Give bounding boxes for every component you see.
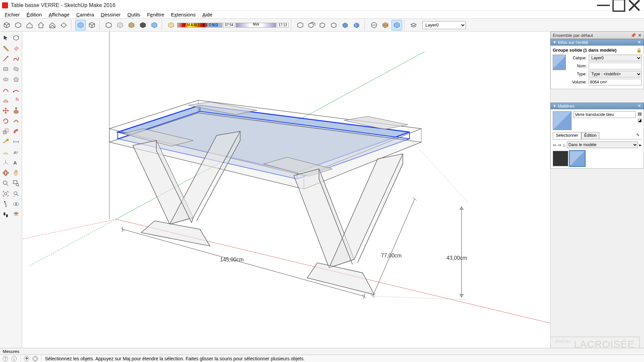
offset-tool[interactable] xyxy=(11,126,21,136)
geo-icon[interactable]: ✚ xyxy=(24,356,29,361)
tray-pin-icon[interactable]: 📌 xyxy=(631,33,636,38)
solid-6[interactable] xyxy=(352,20,363,31)
close-icon[interactable]: ✕ xyxy=(637,104,642,108)
zoom-prev-tool[interactable] xyxy=(11,189,21,198)
move-tool[interactable] xyxy=(1,106,10,115)
shadow-toggle[interactable] xyxy=(166,20,176,31)
protractor-tool[interactable] xyxy=(1,147,10,157)
zoom-tool[interactable] xyxy=(1,178,10,188)
orbit-tool[interactable] xyxy=(1,168,10,178)
user-icon[interactable]: ◯ xyxy=(33,356,38,361)
nav-fwd-icon[interactable]: ⇨ xyxy=(558,142,561,147)
tool-front[interactable] xyxy=(36,20,46,31)
pan-tool[interactable] xyxy=(11,168,21,178)
material-menu-icon[interactable]: ▸ xyxy=(639,142,642,147)
arc-tool[interactable] xyxy=(1,85,10,95)
component-tool[interactable] xyxy=(11,33,21,43)
section-plane-tool[interactable] xyxy=(11,209,21,219)
style-hidden[interactable] xyxy=(103,20,114,31)
style-shaded[interactable] xyxy=(75,20,86,31)
solid-1[interactable] xyxy=(295,20,306,31)
menu-camera[interactable]: Caméra xyxy=(73,11,97,18)
followme-tool[interactable] xyxy=(11,116,21,126)
close-button[interactable] xyxy=(627,0,642,11)
rectangle-tool[interactable] xyxy=(1,64,10,74)
panel-entity-info-header[interactable]: ▼Infos sur l'entité ✕ xyxy=(550,39,644,46)
solid-3[interactable] xyxy=(318,20,328,31)
eyedropper-icon[interactable]: ✎ xyxy=(634,132,642,139)
section-3[interactable] xyxy=(391,20,402,31)
tool-side[interactable] xyxy=(47,20,58,31)
menu-edition[interactable]: Édition xyxy=(23,11,45,18)
minimize-button[interactable] xyxy=(596,0,611,11)
pie-tool[interactable] xyxy=(11,95,21,105)
lock-icon[interactable]: 🔒 xyxy=(636,48,642,53)
lookaround-tool[interactable] xyxy=(11,199,21,209)
menu-outils[interactable]: Outils xyxy=(124,11,144,18)
paint-tool[interactable] xyxy=(1,43,10,53)
entity-type-select[interactable]: Type : <indéfini> xyxy=(589,71,642,77)
maximize-button[interactable] xyxy=(611,0,627,11)
entity-material-swatch[interactable] xyxy=(553,55,566,70)
menu-aide[interactable]: Aide xyxy=(199,11,216,18)
circle-tool[interactable] xyxy=(1,74,10,84)
scale-tool[interactable] xyxy=(1,126,10,136)
3dtext-tool[interactable]: A xyxy=(11,158,21,167)
style-wireframe[interactable] xyxy=(87,20,97,31)
nav-home-icon[interactable]: ⌂ xyxy=(563,142,566,147)
solid-4[interactable] xyxy=(329,20,340,31)
style-mono[interactable] xyxy=(126,20,137,31)
eraser-tool[interactable] xyxy=(11,43,21,53)
zoom-extents-tool[interactable] xyxy=(1,189,10,198)
arc3-tool[interactable] xyxy=(1,95,10,105)
arc2-tool[interactable] xyxy=(11,85,21,95)
style-5[interactable] xyxy=(138,20,148,31)
entity-layer-select[interactable]: Layer0 xyxy=(589,55,642,61)
select-tool[interactable] xyxy=(1,33,10,43)
tool-home[interactable] xyxy=(24,20,35,31)
section-2[interactable] xyxy=(380,20,391,31)
solid-2[interactable] xyxy=(306,20,317,31)
nav-back-icon[interactable]: ⇦ xyxy=(553,142,556,147)
tray-title[interactable]: Ensemble par défaut 📌 ✕ xyxy=(550,32,644,39)
pushpull-tool[interactable] xyxy=(11,106,21,115)
material-name-input[interactable] xyxy=(574,111,636,118)
axes-tool[interactable] xyxy=(1,158,10,167)
polygon-tool[interactable] xyxy=(11,74,21,84)
tray-close-icon[interactable]: ✕ xyxy=(638,33,642,38)
tool-iso-front[interactable] xyxy=(1,20,12,31)
rotate-tool[interactable] xyxy=(1,116,10,126)
material-default-icon[interactable]: ◪ xyxy=(638,118,642,123)
rotated-rect-tool[interactable] xyxy=(11,64,21,74)
material-scope-select[interactable]: Dans le modèle xyxy=(567,141,638,148)
material-swatch-2[interactable] xyxy=(570,151,585,166)
text-tool[interactable]: A¹ xyxy=(11,147,21,157)
entity-name-input[interactable] xyxy=(589,63,642,69)
panel-materials-header[interactable]: ▼Matières ✕ xyxy=(550,103,644,109)
line-tool[interactable] xyxy=(1,54,10,63)
tool-top[interactable] xyxy=(58,20,69,31)
materials-tab-edit[interactable]: Édition xyxy=(581,132,600,139)
zoom-window-tool[interactable] xyxy=(11,178,21,188)
shadow-time-slider[interactable]: Midi xyxy=(236,23,276,27)
tape-tool[interactable] xyxy=(1,137,10,146)
position-camera-tool[interactable] xyxy=(1,199,10,209)
style-shaded-tex[interactable] xyxy=(115,20,125,31)
info-icon[interactable]: i xyxy=(11,356,17,361)
section-1[interactable] xyxy=(369,20,379,31)
dimension-tool[interactable] xyxy=(11,137,21,146)
current-material-swatch[interactable] xyxy=(553,111,572,130)
menu-dessiner[interactable]: Dessiner xyxy=(98,11,124,18)
viewport-3d[interactable]: 145,00cm 77,00cm 43,00cm xyxy=(22,32,550,348)
menu-affichage[interactable]: Affichage xyxy=(45,11,73,18)
materials-tab-select[interactable]: Sélectionner xyxy=(553,132,581,139)
layer-select[interactable]: Layer0 xyxy=(422,21,466,29)
style-6[interactable] xyxy=(149,20,160,31)
freehand-tool[interactable] xyxy=(11,54,21,63)
walk-tool[interactable] xyxy=(1,209,10,219)
tool-iso-back[interactable] xyxy=(13,20,23,31)
menu-fichier[interactable]: Fichier xyxy=(1,11,23,18)
menu-fenetre[interactable]: Fenêtre xyxy=(144,11,168,18)
material-new-icon[interactable]: ▤ xyxy=(638,111,642,116)
help-icon[interactable]: ? xyxy=(3,356,8,361)
